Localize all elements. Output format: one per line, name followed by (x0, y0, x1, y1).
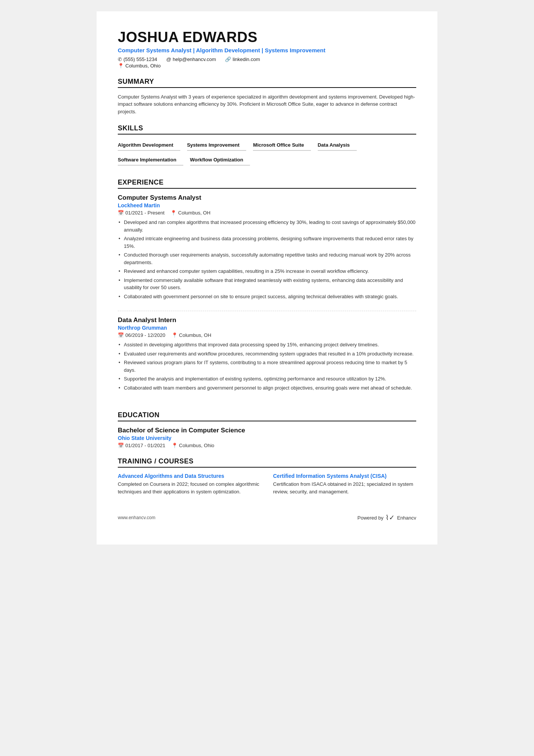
edu-meta: 📅 01/2017 - 01/2021 📍 Columbus, Ohio (118, 443, 416, 448)
location-row: 📍 Columbus, Ohio (118, 63, 416, 69)
resume-page: JOSHUA EDWARDS Computer Systems Analyst … (97, 11, 437, 545)
education-section: EDUCATION Bachelor of Science in Compute… (118, 411, 416, 448)
skill-item: Systems Improvement (187, 140, 247, 151)
job-block: Data Analyst Intern Northrop Grumman 📅 0… (118, 316, 416, 402)
edu-location-icon: 📍 (172, 443, 178, 448)
brand-name: Enhancv (397, 515, 416, 521)
experience-title: EXPERIENCE (118, 178, 416, 189)
job-location: 📍 Columbus, OH (172, 332, 211, 338)
location-icon: 📍 (118, 63, 124, 69)
header: JOSHUA EDWARDS Computer Systems Analyst … (118, 30, 416, 69)
linkedin-icon: 🔗 (225, 56, 231, 62)
list-item: Implemented commercially available softw… (118, 277, 416, 291)
courses-grid: Advanced Algorithms and Data Structures … (118, 473, 416, 495)
job-title: Computer Systems Analyst (118, 194, 416, 202)
list-item: Collaborated with team members and gover… (118, 384, 416, 392)
contact-row: ✆ (555) 555-1234 @ help@enhancv.com 🔗 li… (118, 56, 416, 62)
calendar-icon: 📅 (118, 210, 124, 216)
course-item: Advanced Algorithms and Data Structures … (118, 473, 261, 495)
skills-grid: Algorithm DevelopmentSystems Improvement… (118, 140, 416, 169)
footer: www.enhancv.com Powered by ⌇✓ Enhancv (118, 513, 416, 522)
job-meta: 📅 01/2021 - Present 📍 Columbus, OH (118, 210, 416, 216)
edu-location: 📍 Columbus, Ohio (172, 443, 214, 448)
phone-number: (555) 555-1234 (123, 56, 157, 62)
edu-school: Ohio State University (118, 435, 416, 441)
job-date: 📅 01/2021 - Present (118, 210, 164, 216)
edu-calendar-icon: 📅 (118, 443, 124, 448)
phone-contact: ✆ (555) 555-1234 (118, 56, 157, 62)
list-item: Assisted in developing algorithms that i… (118, 341, 416, 349)
company-name: Lockheed Martin (118, 202, 416, 208)
summary-title: SUMMARY (118, 78, 416, 88)
list-item: Reviewed and enhanced computer system ca… (118, 268, 416, 275)
enhancv-icon: ⌇✓ (386, 513, 395, 522)
list-item: Collaborated with government personnel o… (118, 293, 416, 301)
list-item: Analyzed intricate engineering and busin… (118, 235, 416, 250)
experience-section: EXPERIENCE Computer Systems Analyst Lock… (118, 178, 416, 402)
job-date: 📅 06/2019 - 12/2020 (118, 332, 166, 338)
course-desc: Completed on Coursera in 2022; focused o… (118, 481, 261, 495)
powered-by-text: Powered by (358, 515, 384, 521)
skill-item: Algorithm Development (118, 140, 180, 151)
job-meta: 📅 06/2019 - 12/2020 📍 Columbus, OH (118, 332, 416, 338)
linkedin-contact: 🔗 linkedin.com (225, 56, 260, 62)
enhancv-logo: Powered by ⌇✓ Enhancv (358, 513, 416, 522)
list-item: Evaluated user requirements and workflow… (118, 350, 416, 358)
course-desc: Certification from ISACA obtained in 202… (273, 481, 416, 495)
candidate-title: Computer Systems Analyst | Algorithm Dev… (118, 47, 416, 53)
bullet-list: Developed and ran complex algorithms tha… (118, 219, 416, 300)
job-location: 📍 Columbus, OH (170, 210, 210, 216)
education-title: EDUCATION (118, 411, 416, 421)
list-item: Developed and ran complex algorithms tha… (118, 219, 416, 233)
summary-section: SUMMARY Computer Systems Analyst with 3 … (118, 78, 416, 116)
location-icon: 📍 (172, 332, 178, 338)
training-title: TRAINING / COURSES (118, 457, 416, 468)
summary-text: Computer Systems Analyst with 3 years of… (118, 93, 416, 116)
list-item: Reviewed various program plans for IT sy… (118, 359, 416, 374)
calendar-icon: 📅 (118, 332, 124, 338)
phone-icon: ✆ (118, 56, 122, 62)
company-name: Northrop Grumman (118, 325, 416, 331)
course-title: Advanced Algorithms and Data Structures (118, 473, 261, 479)
job-title: Data Analyst Intern (118, 316, 416, 324)
skill-item: Software Implementation (118, 155, 183, 166)
skills-section: SKILLS Algorithm DevelopmentSystems Impr… (118, 124, 416, 169)
skill-item: Data Analysis (318, 140, 357, 151)
email-address: help@enhancv.com (173, 56, 216, 62)
footer-website: www.enhancv.com (118, 515, 155, 520)
candidate-name: JOSHUA EDWARDS (118, 30, 416, 45)
skill-item: Workflow Optimization (190, 155, 250, 166)
course-item: Certified Information Systems Analyst (C… (273, 473, 416, 495)
training-section: TRAINING / COURSES Advanced Algorithms a… (118, 457, 416, 495)
skills-title: SKILLS (118, 124, 416, 135)
email-contact: @ help@enhancv.com (166, 56, 216, 62)
edu-date: 📅 01/2017 - 01/2021 (118, 443, 166, 448)
linkedin-url: linkedin.com (233, 56, 260, 62)
email-icon: @ (166, 56, 171, 62)
jobs-container: Computer Systems Analyst Lockheed Martin… (118, 194, 416, 402)
job-block: Computer Systems Analyst Lockheed Martin… (118, 194, 416, 311)
list-item: Supported the analysis and implementatio… (118, 375, 416, 383)
bullet-list: Assisted in developing algorithms that i… (118, 341, 416, 391)
course-title: Certified Information Systems Analyst (C… (273, 473, 416, 479)
location-icon: 📍 (170, 210, 176, 216)
location-text: Columbus, Ohio (125, 63, 161, 69)
edu-degree: Bachelor of Science in Computer Science (118, 427, 416, 434)
skill-item: Microsoft Office Suite (253, 140, 311, 151)
list-item: Conducted thorough user requirements ana… (118, 251, 416, 266)
